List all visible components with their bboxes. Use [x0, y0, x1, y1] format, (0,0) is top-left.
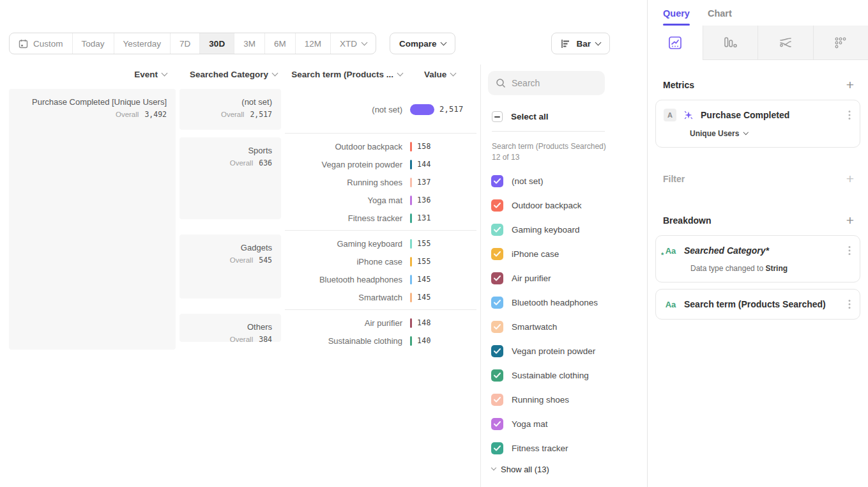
value-bar — [410, 213, 412, 223]
series-checkbox-checked[interactable] — [491, 418, 503, 430]
date-range-7d[interactable]: 7D — [171, 33, 200, 54]
series-checkbox-checked[interactable] — [491, 248, 503, 260]
chevron-down-icon — [397, 70, 404, 77]
value-number: 155 — [417, 239, 431, 248]
add-metric-button[interactable]: + — [846, 78, 854, 91]
breakdown-kebab-menu[interactable] — [847, 244, 852, 257]
show-all-button[interactable]: Show all (13) — [492, 465, 549, 474]
series-checkbox-checked[interactable] — [491, 175, 503, 187]
series-checkbox-checked[interactable] — [491, 297, 503, 309]
metrics-section-header: Metrics + — [663, 78, 854, 91]
series-checkbox-checked[interactable] — [491, 199, 503, 212]
insights-report-tab[interactable] — [648, 26, 703, 60]
table-header-row: Event Searched Category Searc — [9, 65, 476, 84]
series-checkbox-checked[interactable] — [491, 272, 503, 284]
funnels-report-tab[interactable] — [703, 26, 758, 60]
series-checkbox-checked[interactable] — [491, 224, 503, 236]
select-all-checkbox-indeterminate[interactable] — [492, 111, 503, 122]
compare-button[interactable]: Compare — [390, 33, 456, 54]
value-bar — [410, 275, 412, 284]
date-range-label: 30D — [209, 39, 225, 49]
legend-item-label: Outdoor backpack — [512, 201, 582, 210]
term-row: Bluetooth headphones145 — [285, 270, 476, 288]
legend-item[interactable]: Outdoor backpack — [488, 194, 647, 218]
legend-item-label: Yoga mat — [512, 419, 548, 429]
column-header-search-term[interactable]: Search term (Products ... — [291, 70, 402, 79]
date-range-30d[interactable]: 30D — [200, 33, 234, 54]
column-header-searched-category[interactable]: Searched Category — [190, 70, 281, 79]
select-all-row[interactable]: Select all — [492, 111, 647, 122]
value-cell: 140 — [410, 336, 476, 346]
legend-item[interactable]: Yoga mat — [488, 412, 647, 437]
term-label: (not set) — [285, 105, 410, 114]
term-label: Air purifier — [285, 318, 410, 328]
series-checkbox-checked[interactable] — [491, 394, 503, 406]
legend-item[interactable]: (not set) — [488, 169, 647, 194]
main-area: CustomTodayYesterday7D30D3M6M12MXTD Comp… — [0, 0, 647, 487]
flows-report-tab[interactable] — [758, 26, 813, 60]
metric-kebab-menu[interactable] — [847, 109, 852, 121]
metric-card[interactable]: A Purchase Completed Unique Users — [655, 100, 860, 148]
value-cell: 155 — [410, 239, 476, 249]
category-groups: (not set)Overall2,517(not set)2,517Sport… — [179, 89, 476, 350]
horizontal-bar-chart-icon — [561, 39, 571, 49]
date-range-12m[interactable]: 12M — [296, 33, 331, 54]
date-range-6m[interactable]: 6M — [265, 33, 296, 54]
series-checkbox-checked[interactable] — [491, 442, 503, 454]
legend-search-box — [488, 71, 605, 95]
legend-item[interactable]: Air purifier — [488, 267, 647, 291]
value-cell: 144 — [410, 160, 476, 169]
aggregation-dropdown[interactable]: Unique Users — [690, 129, 748, 138]
date-range-label: 12M — [305, 39, 321, 49]
legend-item[interactable]: Running shoes — [488, 388, 647, 412]
event-spark-icon — [683, 109, 694, 121]
date-range-3m[interactable]: 3M — [234, 33, 265, 54]
chevron-down-icon — [441, 39, 447, 45]
value-number: 145 — [417, 293, 431, 302]
legend-item[interactable]: Fitness tracker — [488, 437, 647, 461]
date-range-custom[interactable]: Custom — [10, 33, 73, 54]
legend-item[interactable]: Smartwatch — [488, 315, 647, 339]
add-breakdown-button[interactable]: + — [846, 213, 854, 227]
column-header-value[interactable]: Value — [424, 70, 455, 79]
date-range-today[interactable]: Today — [73, 33, 114, 54]
term-label: iPhone case — [285, 257, 410, 267]
series-checkbox-checked[interactable] — [491, 321, 503, 333]
date-range-yesterday[interactable]: Yesterday — [114, 33, 171, 54]
tab-query[interactable]: Query — [663, 8, 690, 26]
term-row: Vegan protein powder144 — [285, 155, 476, 173]
series-checkbox-checked[interactable] — [491, 345, 503, 357]
breakdown-kebab-menu[interactable] — [847, 298, 852, 311]
legend-item[interactable]: Vegan protein powder — [488, 339, 647, 364]
chevron-down-icon — [162, 70, 168, 77]
breakdown-heading: Breakdown — [663, 215, 711, 226]
breakdown-card[interactable]: Aa*Searched Category*Data type changed t… — [655, 235, 860, 282]
value-cell: 155 — [410, 257, 476, 267]
breakdown-card[interactable]: AaSearch term (Products Searched) — [655, 289, 860, 320]
date-range-xtd[interactable]: XTD — [331, 33, 376, 54]
legend-item[interactable]: Gaming keyboard — [488, 218, 647, 242]
chart-type-dropdown[interactable]: Bar — [551, 33, 610, 54]
term-label: Vegan protein powder — [285, 160, 410, 169]
column-header-event[interactable]: Event — [134, 70, 176, 79]
legend-search-input[interactable] — [512, 78, 597, 88]
legend-item[interactable]: Sustainable clothing — [488, 364, 647, 388]
content-row: Event Searched Category Searc — [0, 65, 647, 487]
retention-report-tab[interactable] — [813, 26, 868, 60]
legend-item[interactable]: Bluetooth headphones — [488, 291, 647, 315]
legend-item[interactable]: iPhone case — [488, 242, 647, 267]
date-range-label: Yesterday — [123, 39, 162, 49]
add-filter-button[interactable]: + — [846, 172, 854, 185]
category-name: Gadgets — [188, 243, 272, 252]
compare-label: Compare — [399, 39, 437, 49]
series-checkbox-checked[interactable] — [491, 369, 503, 382]
value-number: 140 — [417, 336, 431, 345]
term-label: Sustainable clothing — [285, 336, 410, 346]
chevron-down-icon — [361, 39, 367, 45]
tab-chart[interactable]: Chart — [708, 8, 732, 26]
category-group: OthersOverall384Air purifier148Sustainab… — [179, 314, 476, 350]
chevron-down-icon — [743, 130, 749, 135]
filter-section-header: Filter + — [663, 172, 854, 185]
term-row: iPhone case155 — [285, 252, 476, 270]
category-overall: Overall384 — [188, 335, 272, 344]
